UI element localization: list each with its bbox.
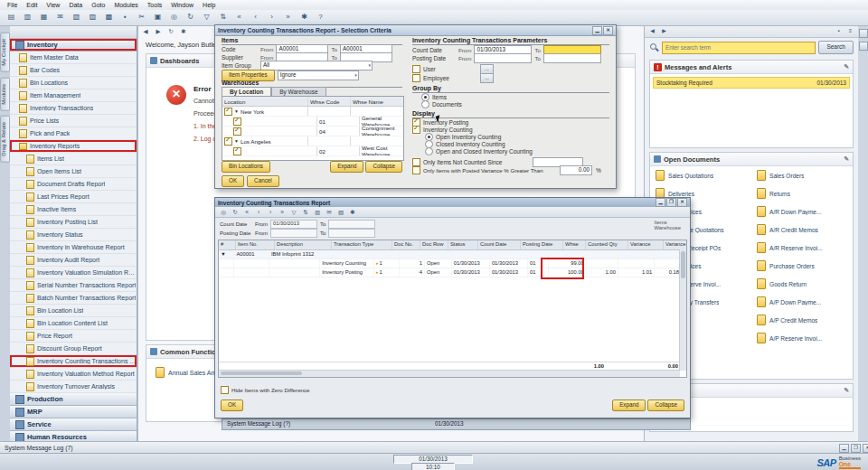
- sidebar-item[interactable]: Inventory Reports: [10, 140, 137, 153]
- results-column-header[interactable]: Doc No.: [392, 240, 420, 249]
- open-document-link[interactable]: Goods Return: [751, 275, 853, 293]
- results-column-header[interactable]: Description: [275, 240, 332, 249]
- expand-button[interactable]: Expand: [330, 161, 363, 173]
- open-document-link[interactable]: A/R Down Payme...: [751, 202, 853, 221]
- results-horizontal-scrollbar[interactable]: [219, 370, 680, 377]
- warehouse-row[interactable]: ▼ New York: [222, 107, 403, 117]
- variance-value-field[interactable]: 0.00: [560, 165, 592, 175]
- results-group-row[interactable]: ▼ A00001 IBM Infoprint 1312: [219, 250, 686, 259]
- results-vertical-scrollbar[interactable]: [679, 249, 686, 371]
- open-document-link[interactable]: A/P Credit Memos: [751, 311, 853, 329]
- settings-icon[interactable]: ✱: [347, 208, 358, 217]
- results-count-date-from[interactable]: 01/30/2013: [270, 220, 317, 229]
- first-record-icon[interactable]: «: [241, 208, 252, 217]
- warehouse-checkbox[interactable]: [224, 137, 232, 146]
- menu-item[interactable]: Help: [198, 2, 220, 8]
- export-excel-icon[interactable]: ▧: [69, 11, 84, 24]
- posting-date-from-field[interactable]: [474, 53, 532, 63]
- results-collapse-button[interactable]: Collapse: [647, 400, 684, 411]
- warehouse-checkbox[interactable]: [233, 127, 241, 136]
- message-log-strip[interactable]: System Message Log (?) 01/30/2013: [222, 418, 691, 430]
- sidebar-item[interactable]: Inventory Transactions: [10, 102, 137, 115]
- sidebar-item[interactable]: Inventory Audit Report: [10, 254, 137, 267]
- documents-radio[interactable]: [421, 100, 429, 108]
- back-icon[interactable]: ◀: [647, 27, 657, 36]
- ok-button[interactable]: OK: [222, 175, 244, 187]
- close-results-icon[interactable]: ✕: [677, 198, 687, 207]
- restore-results-icon[interactable]: ❐: [666, 198, 676, 207]
- user-checkbox[interactable]: [412, 65, 420, 73]
- warehouse-row[interactable]: ▼ Los Angeles: [222, 136, 403, 146]
- help-icon[interactable]: ?: [313, 11, 328, 24]
- sidebar-item[interactable]: MRP: [10, 406, 137, 418]
- statusbar-close-icon[interactable]: ✕: [863, 444, 868, 453]
- filter-icon[interactable]: ▽: [199, 11, 214, 24]
- results-data-row[interactable]: Inventory Posting ▸1 4 Open 01/30/2013 0…: [219, 268, 686, 277]
- group-by-documents-option[interactable]: Documents: [421, 100, 462, 108]
- refresh-icon[interactable]: ↻: [165, 27, 176, 36]
- copy-icon[interactable]: ▣: [150, 11, 165, 24]
- last-record-icon[interactable]: »: [277, 208, 288, 217]
- system-message-log-link[interactable]: System Message Log (7): [5, 445, 73, 451]
- open-document-link[interactable]: Sales Quotations: [650, 166, 751, 184]
- find-icon[interactable]: ◎: [218, 208, 229, 217]
- side-tab[interactable]: Modules: [0, 78, 10, 111]
- open-closed-ic-radio[interactable]: [425, 147, 433, 155]
- cancel-button[interactable]: Cancel: [247, 175, 279, 187]
- results-column-header[interactable]: Count Date: [478, 240, 521, 249]
- alert-item[interactable]: Stocktaking Required 01/30/2013: [653, 77, 850, 89]
- menu-item[interactable]: Window: [166, 2, 198, 8]
- sidebar-item[interactable]: Bin Locations: [10, 77, 137, 89]
- menu-item[interactable]: File: [3, 2, 22, 8]
- pin-panel-icon[interactable]: [859, 42, 868, 51]
- open-document-link[interactable]: Purchase Orders: [751, 257, 853, 275]
- expand-arrow-icon[interactable]: ▼: [234, 108, 239, 114]
- next-record-icon[interactable]: ›: [265, 208, 276, 217]
- sidebar-item[interactable]: Service: [10, 418, 137, 431]
- results-column-header[interactable]: Whse: [563, 240, 586, 249]
- sidebar-item[interactable]: Open Items List: [10, 165, 137, 178]
- options-icon[interactable]: ✱: [178, 27, 189, 36]
- sidebar-item[interactable]: Item Management: [10, 89, 137, 102]
- sidebar-item[interactable]: Inventory: [10, 39, 137, 52]
- export-pdf-icon[interactable]: ▩: [101, 11, 117, 24]
- West Cost Warehouse[interactable]: 02 West Cost Warehouse: [222, 146, 403, 156]
- print-icon[interactable]: ▥: [312, 208, 323, 217]
- open-closed-ic-option[interactable]: Open and Closed Inventory Counting: [425, 147, 533, 155]
- sidebar-item[interactable]: Bar Codes: [10, 64, 137, 77]
- results-data-row[interactable]: Inventory Counting ▸1 1 Open 01/30/2013 …: [219, 259, 686, 268]
- results-titlebar[interactable]: Inventory Counting Transactions Report ▁…: [215, 198, 690, 207]
- sidebar-item[interactable]: Items List: [10, 153, 137, 165]
- inventory-counting-checkbox[interactable]: [412, 126, 420, 134]
- last-record-icon[interactable]: »: [280, 11, 296, 24]
- forward-icon[interactable]: ▶: [153, 27, 164, 36]
- open-document-link[interactable]: Returns: [751, 184, 853, 202]
- menu-item[interactable]: Goto: [87, 2, 109, 8]
- sidebar-item[interactable]: Last Prices Report: [10, 191, 137, 203]
- sidebar-item[interactable]: Production: [10, 393, 137, 406]
- results-column-header[interactable]: Variance %: [664, 240, 687, 249]
- menu-item[interactable]: Edit: [22, 2, 42, 8]
- back-icon[interactable]: ◀: [140, 27, 151, 36]
- variance-checkbox[interactable]: [412, 166, 420, 174]
- employee-checkbox[interactable]: [412, 74, 420, 82]
- results-ok-button[interactable]: OK: [221, 400, 243, 411]
- search-input[interactable]: [662, 42, 816, 54]
- sort-icon[interactable]: ⇅: [215, 11, 231, 24]
- sidebar-item[interactable]: Inventory Valuation Simulation Report: [10, 267, 137, 279]
- minimize-dialog-icon[interactable]: ▁: [592, 26, 602, 35]
- warehouse-checkbox[interactable]: [224, 108, 232, 116]
- refresh-icon[interactable]: ↻: [230, 208, 241, 217]
- open-document-link[interactable]: A/R Credit Memos: [751, 221, 853, 239]
- collapse-button[interactable]: Collapse: [365, 161, 402, 173]
- hide-zero-checkbox[interactable]: [221, 386, 229, 394]
- statusbar-restore-icon[interactable]: ❐: [851, 444, 861, 453]
- minimize-results-icon[interactable]: ▁: [656, 198, 665, 207]
- sidebar-item[interactable]: Batch Number Transactions Report: [10, 292, 137, 305]
- menu-item[interactable]: Tools: [143, 2, 166, 8]
- sidebar-item[interactable]: Inventory Turnover Analysis: [10, 381, 137, 393]
- sidebar-item[interactable]: Inventory Valuation Method Report: [10, 368, 137, 381]
- results-column-header[interactable]: Transaction Type: [332, 240, 392, 249]
- pin-icon[interactable]: ▪: [834, 27, 844, 36]
- find-icon[interactable]: ◎: [166, 11, 182, 24]
